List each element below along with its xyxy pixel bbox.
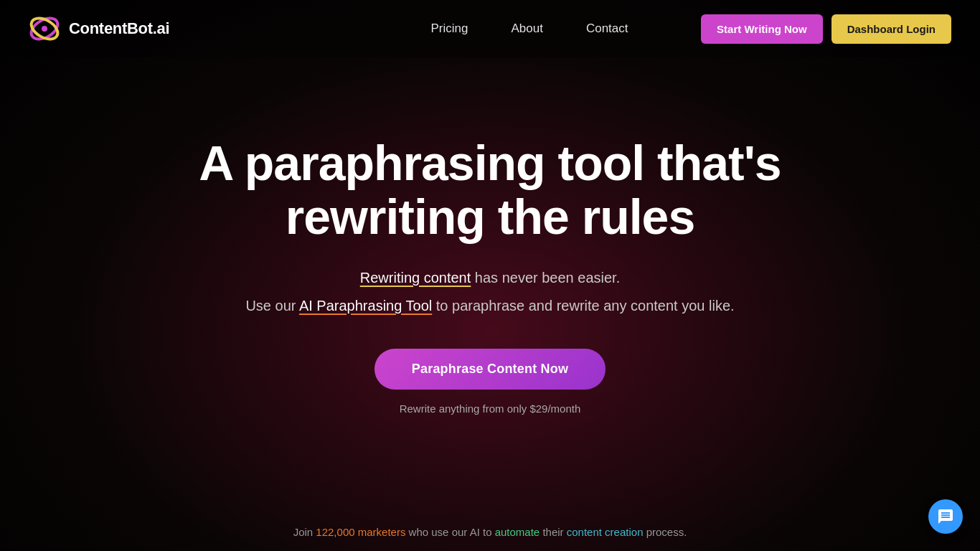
subtitle2-suffix: to paraphrase and rewrite any content yo…: [432, 298, 734, 314]
hero-subtitle-2: Use our AI Paraphrasing Tool to paraphra…: [245, 298, 734, 314]
paraphrase-button[interactable]: Paraphrase Content Now: [374, 349, 606, 390]
nav-about[interactable]: About: [511, 22, 542, 36]
main-nav: Pricing About Contact: [431, 22, 628, 36]
start-writing-button[interactable]: Start Writing Now: [701, 14, 823, 44]
subtitle2-prefix: Use our: [245, 298, 298, 314]
nav-pricing[interactable]: Pricing: [431, 22, 468, 36]
logo-text: ContentBot.ai: [69, 19, 169, 38]
svg-point-2: [42, 26, 47, 32]
chat-icon: [937, 508, 954, 525]
logo-icon: [29, 13, 60, 44]
header: ContentBot.ai Pricing About Contact Star…: [0, 0, 980, 57]
nav-contact[interactable]: Contact: [586, 22, 628, 36]
bottom-highlight-automate[interactable]: automate: [495, 526, 540, 538]
hero-subtitle-1-suffix: has never been easier.: [471, 270, 620, 286]
dashboard-login-button[interactable]: Dashboard Login: [831, 14, 951, 44]
bottom-text-suffix: process.: [643, 526, 687, 538]
rewriting-content-link[interactable]: Rewriting content: [360, 270, 471, 286]
hero-subtitle-1: Rewriting content has never been easier.: [360, 270, 620, 286]
header-buttons: Start Writing Now Dashboard Login: [701, 14, 951, 44]
bottom-text-prefix: Join: [293, 526, 316, 538]
bottom-bar: Join 122,000 marketers who use our AI to…: [0, 513, 980, 551]
chat-button[interactable]: [928, 499, 963, 534]
bottom-text-middle1: who use our AI to: [405, 526, 494, 538]
ai-paraphrasing-tool-link[interactable]: AI Paraphrasing Tool: [299, 298, 432, 314]
bottom-text-middle2: their: [540, 526, 567, 538]
bottom-highlight-content-creation[interactable]: content creation: [567, 526, 644, 538]
hero-title: A paraphrasing tool that's rewriting the…: [167, 136, 813, 244]
logo-area: ContentBot.ai: [29, 13, 169, 44]
hero-section: A paraphrasing tool that's rewriting the…: [0, 57, 980, 415]
bottom-highlight-marketers[interactable]: 122,000 marketers: [316, 526, 405, 538]
pricing-note: Rewrite anything from only $29/month: [400, 402, 581, 415]
